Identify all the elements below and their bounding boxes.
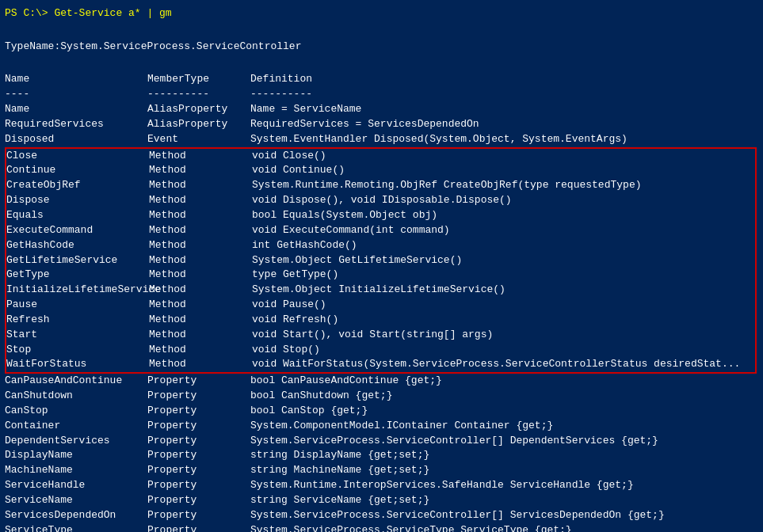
row-name: GetLifetimeService: [6, 253, 149, 268]
row-name: ServicesDependedOn: [5, 508, 147, 523]
table-header: Name MemberType Definition: [5, 72, 758, 87]
row-name: Continue: [6, 163, 149, 178]
row-membertype: AliasProperty: [147, 117, 250, 132]
row-definition: System.ComponentModel.IContainer Contain…: [250, 419, 758, 434]
table-row: ExecuteCommandMethodvoid ExecuteCommand(…: [6, 223, 755, 238]
row-definition: void Start(), void Start(string[] args): [252, 328, 755, 343]
table-row: GetHashCodeMethodint GetHashCode(): [6, 238, 755, 253]
row-membertype: Method: [149, 283, 252, 298]
row-membertype: Method: [149, 208, 252, 223]
row-membertype: Property: [147, 523, 250, 532]
table-row: ContainerPropertySystem.ComponentModel.I…: [5, 419, 758, 434]
row-definition: System.ServiceProcess.ServiceController[…: [250, 508, 758, 523]
row-name: DisplayName: [5, 448, 147, 463]
row-definition: string ServiceName {get;set;}: [250, 493, 758, 508]
row-name: Start: [6, 328, 149, 343]
row-membertype: Property: [147, 508, 250, 523]
pre-rows: NameAliasPropertyName = ServiceNameRequi…: [5, 102, 758, 147]
row-membertype: Property: [147, 374, 250, 389]
row-definition: void Close(): [252, 149, 755, 164]
row-name: ServiceHandle: [5, 478, 147, 493]
table-row: ServiceNamePropertystring ServiceName {g…: [5, 493, 758, 508]
row-definition: void Pause(): [252, 298, 755, 313]
table-row: RequiredServicesAliasPropertyRequiredSer…: [5, 117, 758, 132]
table-row: CloseMethodvoid Close(): [6, 149, 755, 164]
table-row: ServiceTypePropertySystem.ServiceProcess…: [5, 523, 758, 532]
row-definition: void Refresh(): [252, 313, 755, 328]
row-definition: void ExecuteCommand(int command): [252, 223, 755, 238]
header-name: Name: [5, 72, 147, 87]
row-name: Name: [5, 102, 147, 117]
row-name: MachineName: [5, 463, 147, 478]
prompt-text: PS C:\> Get-Service a* | gm: [5, 7, 172, 19]
row-name: DependentServices: [5, 434, 147, 449]
row-name: Container: [5, 419, 147, 434]
row-membertype: Event: [147, 132, 250, 147]
row-definition: bool Equals(System.Object obj): [252, 208, 755, 223]
row-name: Disposed: [5, 132, 147, 147]
table-row: ContinueMethodvoid Continue(): [6, 163, 755, 178]
row-definition: type GetType(): [252, 268, 755, 283]
row-name: Stop: [6, 343, 149, 358]
row-name: Pause: [6, 298, 149, 313]
post-rows: CanPauseAndContinuePropertybool CanPause…: [5, 374, 758, 532]
row-definition: System.Runtime.InteropServices.SafeHandl…: [250, 478, 758, 493]
row-name: CanShutdown: [5, 389, 147, 404]
row-definition: RequiredServices = ServicesDependedOn: [250, 117, 758, 132]
table-row: DisplayNamePropertystring DisplayName {g…: [5, 448, 758, 463]
row-membertype: Property: [147, 434, 250, 449]
row-membertype: Property: [147, 389, 250, 404]
row-name: Dispose: [6, 193, 149, 208]
row-definition: bool CanStop {get;}: [250, 404, 758, 419]
row-membertype: AliasProperty: [147, 102, 250, 117]
row-definition: System.Runtime.Remoting.ObjRef CreateObj…: [252, 178, 755, 193]
header-definition: Definition: [250, 72, 758, 87]
prompt-line: PS C:\> Get-Service a* | gm: [5, 6, 758, 21]
terminal-window: PS C:\> Get-Service a* | gm TypeName:Sys…: [0, 0, 763, 532]
row-membertype: Method: [149, 149, 252, 164]
row-name: CreateObjRef: [6, 178, 149, 193]
row-definition: System.EventHandler Disposed(System.Obje…: [250, 132, 758, 147]
table-row: InitializeLifetimeServiceMethodSystem.Ob…: [6, 283, 755, 298]
table-row: ServicesDependedOnPropertySystem.Service…: [5, 508, 758, 523]
row-membertype: Method: [149, 193, 252, 208]
row-name: CanStop: [5, 404, 147, 419]
row-membertype: Property: [147, 448, 250, 463]
row-name: ServiceType: [5, 523, 147, 532]
row-membertype: Method: [149, 357, 252, 372]
row-definition: bool CanPauseAndContinue {get;}: [250, 374, 758, 389]
row-name: Refresh: [6, 313, 149, 328]
table-row: ServiceHandlePropertySystem.Runtime.Inte…: [5, 478, 758, 493]
sep-definition: ----------: [250, 87, 758, 102]
row-membertype: Property: [147, 404, 250, 419]
row-definition: System.Object InitializeLifetimeService(…: [252, 283, 755, 298]
highlighted-rows: CloseMethodvoid Close()ContinueMethodvoi…: [6, 149, 755, 373]
sep-name: ----: [5, 87, 147, 102]
row-name: Close: [6, 149, 149, 164]
row-membertype: Method: [149, 328, 252, 343]
row-membertype: Method: [149, 238, 252, 253]
row-name: ExecuteCommand: [6, 223, 149, 238]
row-membertype: Property: [147, 463, 250, 478]
row-membertype: Method: [149, 298, 252, 313]
row-name: GetType: [6, 268, 149, 283]
row-membertype: Property: [147, 419, 250, 434]
row-definition: System.Object GetLifetimeService(): [252, 253, 755, 268]
table-row: StopMethodvoid Stop(): [6, 343, 755, 358]
row-definition: void Stop(): [252, 343, 755, 358]
row-name: CanPauseAndContinue: [5, 374, 147, 389]
table-row: EqualsMethodbool Equals(System.Object ob…: [6, 208, 755, 223]
row-membertype: Method: [149, 268, 252, 283]
row-definition: string DisplayName {get;set;}: [250, 448, 758, 463]
row-definition: void WaitForStatus(System.ServiceProcess…: [252, 357, 755, 372]
table-row: RefreshMethodvoid Refresh(): [6, 313, 755, 328]
row-membertype: Method: [149, 223, 252, 238]
row-definition: Name = ServiceName: [250, 102, 758, 117]
table-row: CanStopPropertybool CanStop {get;}: [5, 404, 758, 419]
table-row: CreateObjRefMethodSystem.Runtime.Remotin…: [6, 178, 755, 193]
row-membertype: Method: [149, 343, 252, 358]
row-name: InitializeLifetimeService: [6, 283, 149, 298]
row-name: WaitForStatus: [6, 357, 149, 372]
row-definition: int GetHashCode(): [252, 238, 755, 253]
row-membertype: Method: [149, 253, 252, 268]
